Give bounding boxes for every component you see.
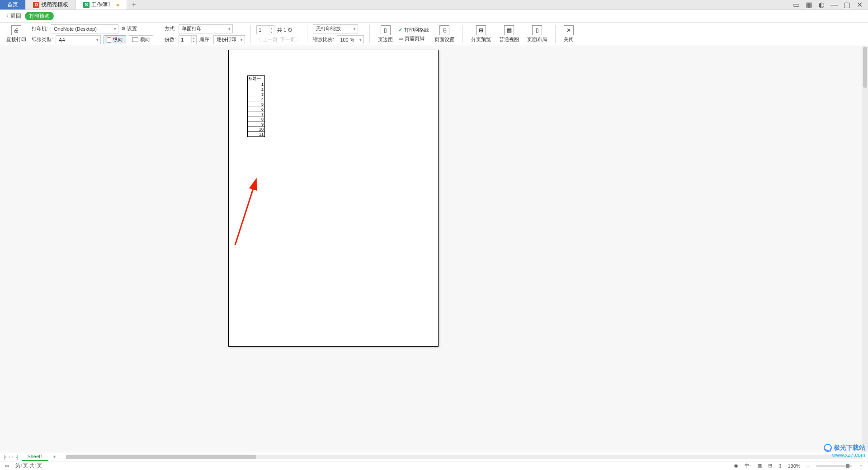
paper-label: 纸张类型:: [32, 36, 53, 43]
normal-view-label: 普通视图: [499, 36, 519, 43]
header-footer-button[interactable]: ▭页眉页脚: [398, 35, 429, 42]
vertical-scrollbar[interactable]: [862, 46, 868, 452]
separator: [159, 25, 159, 43]
paper-select[interactable]: A4: [56, 35, 101, 44]
page-setup-icon: ⎘: [439, 25, 449, 35]
tab-templates[interactable]: D 找稻壳模板: [26, 0, 76, 9]
direct-print-group[interactable]: 🖨 直接打印: [4, 25, 29, 43]
scrollbar-thumb[interactable]: [66, 455, 256, 459]
table-cell: 10: [248, 127, 265, 132]
sheet-nav-first[interactable]: |‹: [4, 454, 7, 460]
close-preview-button[interactable]: ✕ 关闭: [561, 25, 576, 43]
status-bar: ▭ 第1页 共1页 ◉ 中· ▦ ⊞ ▯ 130% − ＋: [0, 461, 868, 470]
scale-mode-select[interactable]: 无打印缩放: [313, 24, 358, 33]
table-row: 1: [248, 82, 265, 87]
page-layout-icon: ▯: [532, 25, 542, 35]
zoom-knob[interactable]: [846, 464, 849, 468]
scale-mode-value: 无打印缩放: [316, 25, 341, 32]
separator: [250, 25, 251, 43]
spreadsheet-icon: S: [83, 2, 90, 8]
sheet-nav-next[interactable]: ›: [12, 454, 14, 460]
preview-page: 标题一 1234567891011: [228, 50, 439, 347]
margins-button[interactable]: ▯ 页边距: [375, 25, 396, 43]
sheet-tab[interactable]: Sheet1: [22, 453, 48, 461]
table-header-cell: 标题一: [248, 76, 265, 82]
table-cell: 2: [248, 87, 265, 92]
horizontal-scrollbar[interactable]: [66, 455, 863, 459]
table-cell: 1: [248, 82, 265, 87]
prev-page-label: 上一页: [263, 37, 278, 42]
sheet-bar: |‹ ‹ › ›| Sheet1 ＋: [0, 452, 868, 461]
secondary-bar: 〈 返回 打印预览: [0, 10, 868, 23]
page-number-input[interactable]: 1▴▾: [256, 25, 274, 34]
view-pagebreak-icon[interactable]: ⊞: [768, 463, 772, 469]
lang-icon[interactable]: 中·: [745, 462, 751, 469]
grid-apps-icon[interactable]: ▦: [805, 1, 813, 9]
page-info: 第1页 共1页: [15, 462, 42, 469]
landscape-label: 横向: [140, 36, 150, 43]
mode-select[interactable]: 单面打印: [179, 24, 233, 33]
settings-label: 设置: [127, 26, 137, 31]
zoom-slider[interactable]: [816, 465, 852, 467]
add-sheet-button[interactable]: ＋: [48, 453, 61, 460]
close-window-button[interactable]: ✕: [855, 1, 863, 9]
page-break-icon: ⊞: [476, 25, 486, 35]
table-row: 标题一: [248, 76, 265, 82]
printer-select[interactable]: OneNote (Desktop): [51, 24, 118, 33]
zoom-value: 130%: [788, 463, 800, 469]
table-cell: 9: [248, 122, 265, 127]
preview-canvas[interactable]: 标题一 1234567891011: [0, 46, 862, 452]
table-row: 6: [248, 107, 265, 112]
copies-value: 1: [181, 37, 184, 42]
maximize-button[interactable]: ▢: [843, 1, 851, 9]
scale-ratio-label: 缩放比例:: [313, 36, 334, 43]
paper-value: A4: [59, 37, 65, 42]
sheet-nav-prev[interactable]: ‹: [9, 454, 10, 460]
table-row: 2: [248, 87, 265, 92]
table-cell: 8: [248, 117, 265, 122]
view-grid-icon[interactable]: ▦: [757, 463, 762, 469]
table-row: 4: [248, 97, 265, 102]
page-layout-label: 页面布局: [527, 36, 547, 43]
order-select[interactable]: 逐份打印: [213, 35, 245, 44]
eye-icon[interactable]: ◉: [734, 463, 738, 469]
orientation-landscape[interactable]: 横向: [129, 35, 153, 44]
copies-input[interactable]: 1▴▾: [179, 35, 197, 44]
print-grid-checkbox[interactable]: ✔打印网格线: [398, 27, 429, 33]
table-cell: 7: [248, 112, 265, 117]
page-layout-button[interactable]: ▯ 页面布局: [524, 25, 550, 43]
print-toolbar: 🖨 直接打印 打印机: OneNote (Desktop) ⚙ 设置 纸张类型:…: [0, 23, 868, 46]
zoom-in-button[interactable]: ＋: [859, 462, 863, 469]
scale-ratio-value: 100 %: [340, 37, 354, 42]
tab-document[interactable]: S 工作簿1 ●: [76, 0, 127, 9]
scale-ratio-select[interactable]: 100 %: [337, 35, 364, 44]
next-page-button[interactable]: 下一页 〉: [280, 36, 302, 43]
layout-icon[interactable]: ▭: [792, 1, 800, 9]
table-row: 9: [248, 122, 265, 127]
minimize-button[interactable]: —: [830, 1, 838, 9]
tab-add-button[interactable]: ＋: [127, 0, 141, 9]
prev-page-button[interactable]: 〈 上一页: [256, 36, 278, 43]
orientation-portrait[interactable]: 纵向: [104, 35, 126, 44]
table-cell: 4: [248, 97, 265, 102]
portrait-icon: [107, 37, 111, 42]
page-number-value: 1: [259, 27, 261, 33]
normal-view-button[interactable]: ▦ 普通视图: [496, 25, 522, 43]
status-menu-icon[interactable]: ▭: [5, 463, 9, 469]
page-setup-button[interactable]: ⎘ 页面设置: [432, 25, 457, 43]
sheet-nav-last[interactable]: ›|: [15, 454, 19, 460]
mode-label: 方式:: [165, 25, 176, 32]
tab-home[interactable]: 首页: [0, 0, 26, 9]
view-layout-icon[interactable]: ▯: [778, 463, 781, 469]
zoom-out-button[interactable]: −: [807, 463, 810, 469]
landscape-icon: [132, 38, 138, 42]
back-button[interactable]: 〈 返回: [4, 12, 21, 20]
printer-paper-group: 打印机: OneNote (Desktop) ⚙ 设置 纸张类型: A4 纵向 …: [32, 24, 153, 44]
scrollbar-thumb[interactable]: [863, 47, 867, 88]
tab-document-label: 工作簿1: [91, 1, 111, 9]
table-cell: 6: [248, 107, 265, 112]
page-break-button[interactable]: ⊞ 分页预览: [468, 25, 494, 43]
settings-button[interactable]: ⚙ 设置: [121, 25, 137, 32]
user-icon[interactable]: ◐: [817, 1, 826, 9]
print-grid-label: 打印网格线: [404, 27, 429, 33]
